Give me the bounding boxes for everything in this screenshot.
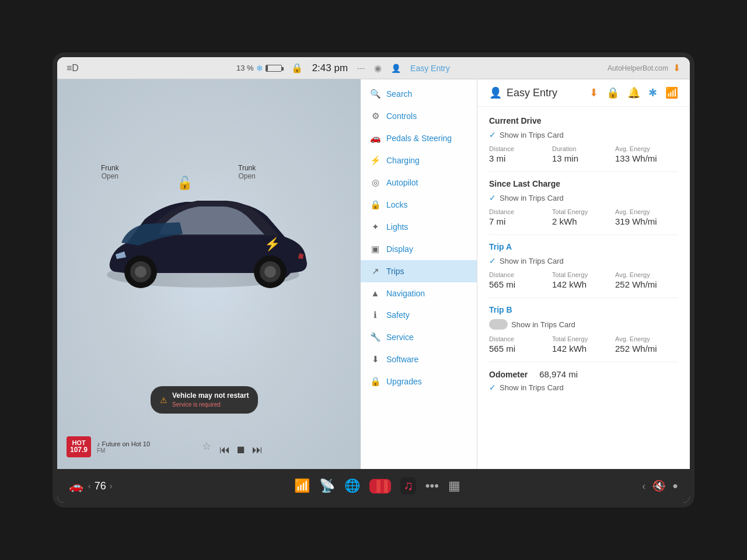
- warning-line1: Vehicle may not restart: [172, 391, 249, 401]
- locks-icon: 🔒: [370, 200, 381, 210]
- display-icon: ▣: [370, 244, 381, 254]
- easy-entry-status[interactable]: Easy Entry: [410, 64, 450, 73]
- since-charge-avgenergy-label: Avg. Energy: [615, 208, 678, 215]
- trip-a-avgenergy-label: Avg. Energy: [615, 271, 678, 278]
- taskbar-right: ‹ 🔇 ●: [642, 480, 678, 492]
- signal-header-icon[interactable]: 📶: [665, 86, 678, 99]
- since-charge-check: ✓: [489, 193, 496, 202]
- stop-icon[interactable]: ⏹: [236, 444, 246, 456]
- header-left: 👤 Easy Entry: [489, 86, 557, 99]
- since-charge-totalenergy-label: Total Energy: [552, 208, 615, 215]
- nav-item-controls[interactable]: ⚙ Controls: [361, 105, 477, 127]
- temp-right-chevron[interactable]: ›: [110, 481, 113, 491]
- nav-item-upgrades[interactable]: 🔒 Upgrades: [361, 370, 477, 393]
- trip-a-avgenergy: Avg. Energy 252 Wh/mi: [615, 271, 678, 289]
- snowflake-icon: ❄: [256, 64, 263, 73]
- taskbar-dots-icon[interactable]: •••: [425, 478, 439, 494]
- svg-point-3: [135, 266, 146, 278]
- current-drive-avgenergy-value: 133 Wh/mi: [615, 153, 678, 163]
- odometer-check: ✓: [489, 383, 496, 392]
- since-charge-distance-label: Distance: [489, 208, 552, 215]
- trip-b-avgenergy-label: Avg. Energy: [615, 335, 678, 342]
- taskbar-signal2-icon[interactable]: 📡: [319, 478, 335, 494]
- battery-percent: 13 %: [236, 64, 254, 72]
- lock-header-icon[interactable]: 🔒: [606, 86, 619, 99]
- signal-display: ---: [357, 64, 365, 72]
- nav-item-autopilot[interactable]: ◎ Autopilot: [361, 172, 477, 194]
- taskbar-car-icon[interactable]: 🚗: [69, 479, 83, 493]
- trip-a-show-trips: ✓ Show in Trips Card: [489, 256, 678, 265]
- download-icon[interactable]: ⬇: [589, 86, 598, 99]
- controls-icon: ⚙: [370, 111, 381, 121]
- nav-item-safety[interactable]: ℹ Safety: [361, 304, 477, 326]
- volume-mute-icon[interactable]: 🔇: [652, 480, 665, 492]
- nav-item-locks[interactable]: 🔒 Locks: [361, 194, 477, 216]
- trip-b-totalenergy-value: 142 kWh: [552, 344, 615, 354]
- favorite-icon[interactable]: ☆: [202, 440, 211, 453]
- trip-a-totalenergy: Total Energy 142 kWh: [552, 271, 615, 289]
- nav-item-navigation[interactable]: ▲ Navigation: [361, 282, 477, 304]
- service-icon: 🔧: [370, 332, 381, 342]
- nav-item-pedals[interactable]: 🚗 Pedals & Steering: [361, 127, 477, 149]
- nav-label-lights: Lights: [386, 222, 408, 232]
- next-track-icon[interactable]: ⏭: [252, 444, 263, 456]
- car-image: [92, 173, 314, 301]
- odometer-trips-label: Show in Trips Card: [500, 383, 564, 392]
- right-panel-header: 👤 Easy Entry ⬇ 🔒 🔔 ✱ 📶: [477, 79, 690, 107]
- software-icon: ⬇: [370, 354, 381, 365]
- nav-label-safety: Safety: [386, 310, 410, 320]
- temperature-display: 76: [95, 480, 106, 492]
- warning-line2: Service is required: [172, 401, 249, 409]
- pedals-icon: 🚗: [370, 133, 381, 144]
- trip-b-show-trips: Show in Trips Card: [489, 319, 678, 330]
- menu-icon[interactable]: ≡D: [67, 63, 79, 74]
- nav-item-search[interactable]: 🔍 Search: [361, 83, 477, 105]
- trip-a-stats: Distance 565 mi Total Energy 142 kWh Avg…: [489, 271, 678, 289]
- taskbar-bars-icon[interactable]: ▐▐: [369, 479, 392, 494]
- taskbar-circle-icon: ●: [672, 481, 678, 491]
- trip-a-totalenergy-value: 142 kWh: [552, 279, 615, 289]
- profile-header-icon: 👤: [489, 86, 502, 99]
- taskbar-grid-icon[interactable]: ▦: [448, 478, 460, 494]
- nav-item-charging[interactable]: ⚡ Charging: [361, 149, 477, 172]
- bell-icon[interactable]: 🔔: [627, 86, 640, 99]
- current-drive-trips-label: Show in Trips Card: [500, 131, 564, 139]
- safety-icon: ℹ: [370, 310, 381, 320]
- prev-track-icon[interactable]: ⏮: [219, 444, 230, 456]
- navigation-icon: ▲: [370, 288, 381, 298]
- trip-a-distance-value: 565 mi: [489, 279, 552, 289]
- nav-label-locks: Locks: [386, 200, 408, 209]
- nav-item-lights[interactable]: ✦ Lights: [361, 216, 477, 238]
- nav-item-trips[interactable]: ↗ Trips: [361, 260, 477, 282]
- trip-b-totalenergy-label: Total Energy: [552, 335, 615, 342]
- bluetooth-icon[interactable]: ✱: [648, 86, 657, 99]
- upgrades-icon: 🔒: [370, 376, 381, 387]
- trips-icon: ↗: [370, 266, 381, 276]
- taskbar-music-icon[interactable]: ♫: [400, 477, 416, 495]
- trip-b-stats: Distance 565 mi Total Energy 142 kWh Avg…: [489, 335, 678, 354]
- battery-indicator: 13 % ❄: [236, 64, 282, 73]
- nav-item-software[interactable]: ⬇ Software: [361, 348, 477, 370]
- taskbar-chevron-left[interactable]: ‹: [642, 480, 645, 492]
- trip-b-toggle[interactable]: [489, 319, 508, 330]
- taskbar-temp-area: ‹ 76 ›: [88, 480, 112, 492]
- trip-b-avgenergy-value: 252 Wh/mi: [615, 344, 678, 354]
- odometer-value: 68,974 mi: [539, 369, 578, 379]
- current-drive-duration: Duration 13 min: [552, 145, 615, 163]
- status-left: ≡D: [67, 63, 79, 74]
- current-drive-title: Current Drive: [489, 116, 678, 125]
- temp-left-chevron[interactable]: ‹: [88, 481, 91, 491]
- current-drive-distance-value: 3 mi: [489, 153, 552, 163]
- nav-label-upgrades: Upgrades: [386, 377, 422, 386]
- divider-2: [489, 235, 678, 235]
- since-charge-totalenergy-value: 2 kWh: [552, 216, 615, 226]
- current-drive-avgenergy-label: Avg. Energy: [615, 145, 678, 152]
- nav-item-service[interactable]: 🔧 Service: [361, 326, 477, 348]
- taskbar-wifi-icon[interactable]: 📶: [294, 478, 310, 494]
- right-panel: 👤 Easy Entry ⬇ 🔒 🔔 ✱ 📶 Current Drive ✓ S…: [477, 79, 690, 469]
- divider-4: [489, 362, 678, 362]
- nav-item-display[interactable]: ▣ Display: [361, 238, 477, 260]
- taskbar-globe-icon[interactable]: 🌐: [344, 478, 360, 494]
- divider-1: [489, 172, 678, 172]
- current-drive-distance: Distance 3 mi: [489, 145, 552, 163]
